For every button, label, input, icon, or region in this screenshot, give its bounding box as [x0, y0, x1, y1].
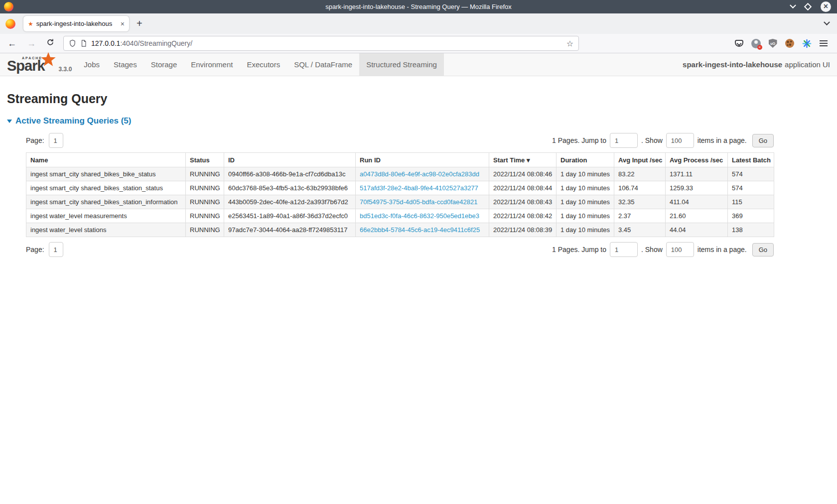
cell-start-time: 2022/11/24 08:08:42: [489, 209, 557, 223]
table-row: ingest smart_city shared_bikes_bike_stat…: [26, 167, 774, 181]
cell-start-time: 2022/11/24 08:08:46: [489, 167, 557, 181]
page-number-input[interactable]: [49, 133, 63, 148]
show-text: . Show: [641, 246, 663, 253]
col-status: Status: [186, 153, 224, 167]
run-id-link[interactable]: a0473d8d-80e6-4e9f-ac98-02e0cfa283dd: [360, 170, 479, 178]
nav-storage[interactable]: Storage: [144, 53, 184, 76]
cell-status: RUNNING: [186, 181, 224, 195]
cell-name: ingest smart_city shared_bikes_station_s…: [26, 181, 186, 195]
spark-nav: Jobs Stages Storage Environment Executor…: [77, 53, 444, 76]
cell-avg-input: 3.45: [614, 223, 666, 237]
cell-duration: 1 day 10 minutes: [557, 195, 614, 209]
items-text: items in a page.: [698, 136, 747, 144]
cell-duration: 1 day 10 minutes: [557, 223, 614, 237]
toolbar-extensions: uO: [734, 38, 837, 48]
nav-jobs[interactable]: Jobs: [77, 53, 107, 76]
run-id-link[interactable]: bd51ed3c-f0fa-46c6-8632-950e5ed1ebe3: [360, 212, 479, 220]
cell-id: 0940ff66-a308-466b-9e1a-cf7cd6dba13c: [224, 167, 356, 181]
maximize-icon[interactable]: [804, 3, 812, 11]
nav-executors[interactable]: Executors: [240, 53, 287, 76]
ublock-origin-icon[interactable]: uO: [768, 38, 778, 48]
cell-id: 60dc3768-85e3-4fb5-a13c-63b29938bfe6: [224, 181, 356, 195]
cell-start-time: 2022/11/24 08:08:39: [489, 223, 557, 237]
nav-sql-dataframe[interactable]: SQL / DataFrame: [287, 53, 359, 76]
col-avg-process: Avg Process /sec: [666, 153, 728, 167]
cell-run-id: bd51ed3c-f0fa-46c6-8632-950e5ed1ebe3: [356, 209, 489, 223]
url-bar[interactable]: 127.0.0.1:4040/StreamingQuery/ ☆: [63, 36, 579, 51]
cell-start-time: 2022/11/24 08:08:44: [489, 181, 557, 195]
nav-structured-streaming[interactable]: Structured Streaming: [359, 53, 444, 76]
cell-duration: 1 day 10 minutes: [557, 181, 614, 195]
run-id-link[interactable]: 517afd3f-28e2-4ba8-9fe4-4102527a3277: [360, 184, 478, 192]
cell-duration: 1 day 10 minutes: [557, 167, 614, 181]
items-per-page-input[interactable]: [666, 133, 694, 148]
go-button[interactable]: Go: [752, 134, 774, 147]
nav-stages[interactable]: Stages: [107, 53, 144, 76]
col-avg-input: Avg Input /sec: [614, 153, 666, 167]
spark-navbar: APACHE Spark 3.3.0 Jobs Stages Storage E…: [0, 53, 837, 76]
col-name: Name: [26, 153, 186, 167]
url-text[interactable]: 127.0.0.1:4040/StreamingQuery/: [91, 39, 562, 47]
cell-latest-batch: 138: [728, 223, 774, 237]
back-button[interactable]: ←: [7, 38, 16, 49]
shield-icon[interactable]: [69, 39, 76, 47]
navigation-toolbar: ← → 127.0.0.1:4040/StreamingQuery/ ☆ uO: [0, 34, 837, 53]
col-duration: Duration: [557, 153, 614, 167]
table-row: ingest smart_city shared_bikes_station_s…: [26, 181, 774, 195]
col-latest-batch: Latest Batch: [728, 153, 774, 167]
cell-id: 443b0059-2dec-40fe-a12d-2a393f7b67d2: [224, 195, 356, 209]
jump-to-input[interactable]: [610, 242, 638, 257]
go-button[interactable]: Go: [752, 243, 774, 256]
cookie-extension-icon[interactable]: [785, 38, 795, 48]
collapse-arrow-icon: [7, 120, 12, 123]
application-ui-label: spark-ingest-into-lakehouse application …: [683, 53, 837, 76]
url-path: :4040/StreamingQuery/: [120, 39, 192, 47]
jump-to-input[interactable]: [610, 133, 638, 148]
list-tabs-chevron-icon[interactable]: [824, 19, 830, 25]
spark-logo[interactable]: APACHE Spark 3.3.0: [0, 53, 72, 76]
window-controls: ×: [791, 1, 837, 12]
tab-close-icon[interactable]: ×: [121, 20, 125, 28]
col-start-time[interactable]: Start Time ▾: [489, 153, 557, 167]
firefox-icon: [5, 19, 15, 29]
app-ui-suffix: application UI: [785, 60, 830, 69]
sparkle-extension-icon[interactable]: [802, 38, 812, 48]
firefox-logo-icon: [4, 2, 13, 11]
pager-controls: 1 Pages. Jump to . Show items in a page.…: [552, 133, 774, 148]
tab-bar: ★ spark-ingest-into-lakehous × +: [0, 13, 837, 34]
close-window-icon[interactable]: ×: [821, 1, 831, 12]
page-info-icon[interactable]: [80, 39, 87, 47]
items-per-page-input[interactable]: [666, 242, 694, 257]
run-id-link[interactable]: 66e2bbb4-5784-45c6-ac19-4ec9411c6f25: [360, 226, 480, 234]
page-number-input[interactable]: [49, 242, 63, 257]
cell-status: RUNNING: [186, 209, 224, 223]
cell-run-id: 70f54975-375d-4d05-bdfa-ccd0fae42821: [356, 195, 489, 209]
cell-avg-input: 2.37: [614, 209, 666, 223]
run-id-link[interactable]: 70f54975-375d-4d05-bdfa-ccd0fae42821: [360, 198, 477, 206]
reload-button[interactable]: [46, 38, 54, 48]
table-header-row: Name Status ID Run ID Start Time ▾ Durat…: [26, 153, 774, 167]
cell-avg-process: 1371.11: [666, 167, 728, 181]
pages-text: 1 Pages. Jump to: [552, 246, 606, 253]
cell-run-id: 66e2bbb4-5784-45c6-ac19-4ec9411c6f25: [356, 223, 489, 237]
cell-start-time: 2022/11/24 08:08:43: [489, 195, 557, 209]
account-extension-icon[interactable]: [751, 38, 761, 48]
nav-environment[interactable]: Environment: [184, 53, 240, 76]
menu-icon[interactable]: [819, 38, 829, 48]
cell-latest-batch: 574: [728, 181, 774, 195]
browser-tab-active[interactable]: ★ spark-ingest-into-lakehous ×: [23, 16, 129, 31]
table-row: ingest smart_city shared_bikes_station_i…: [26, 195, 774, 209]
forward-button[interactable]: →: [27, 38, 36, 49]
minimize-icon[interactable]: [790, 2, 796, 8]
cell-name: ingest water_level measurements: [26, 209, 186, 223]
pager-bottom: Page: 1 Pages. Jump to . Show items in a…: [26, 242, 774, 257]
cell-status: RUNNING: [186, 167, 224, 181]
active-queries-section-header[interactable]: Active Streaming Queries (5): [7, 116, 830, 126]
new-tab-button[interactable]: +: [137, 18, 142, 29]
pages-text: 1 Pages. Jump to: [552, 136, 606, 144]
cell-avg-input: 83.22: [614, 167, 666, 181]
pocket-icon[interactable]: [734, 38, 744, 48]
url-host: 127.0.0.1: [91, 39, 120, 47]
items-text: items in a page.: [698, 246, 747, 253]
bookmark-star-icon[interactable]: ☆: [566, 39, 573, 48]
